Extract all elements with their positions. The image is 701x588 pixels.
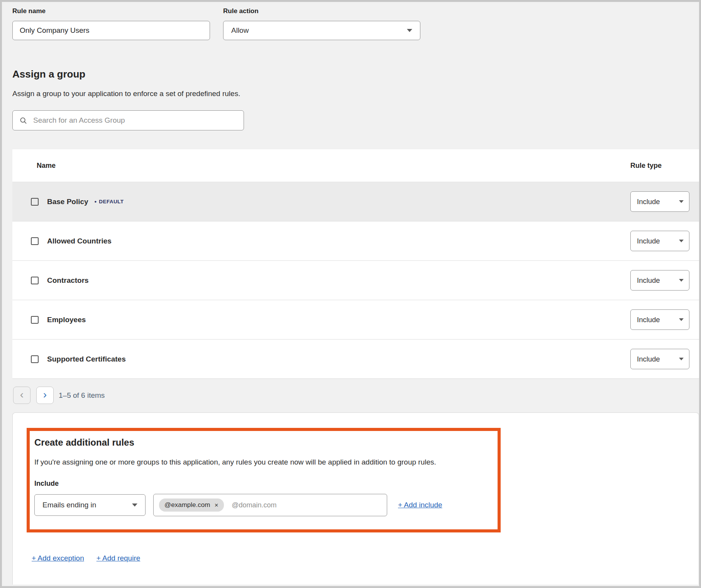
column-header-rule-type: Rule type bbox=[630, 162, 689, 170]
row-checkbox[interactable] bbox=[31, 198, 39, 206]
rule-name-field-group: Rule name bbox=[12, 7, 210, 40]
rule-type-select[interactable]: Include bbox=[630, 309, 689, 330]
row-name: Contractors bbox=[47, 276, 89, 285]
row-checkbox[interactable] bbox=[31, 237, 39, 245]
table-row: Employees Include bbox=[12, 300, 699, 339]
tag-label: @example.com bbox=[164, 501, 210, 509]
pagination-range-label: 1–5 of 6 items bbox=[59, 391, 105, 400]
pagination: ‹ › 1–5 of 6 items bbox=[12, 387, 699, 404]
chevron-down-icon bbox=[132, 504, 137, 507]
email-domain-text-input[interactable] bbox=[231, 501, 381, 510]
create-rules-panel: Create additional rules If you're assign… bbox=[12, 412, 699, 585]
default-badge: • DEFAULT bbox=[95, 199, 124, 204]
condition-select[interactable]: Emails ending in bbox=[34, 494, 146, 516]
row-name: Base Policy bbox=[47, 198, 88, 206]
include-label: Include bbox=[34, 480, 490, 488]
rule-type-value: Include bbox=[637, 198, 660, 206]
table-row: Base Policy • DEFAULT Include bbox=[12, 182, 699, 221]
chevron-left-icon: ‹ bbox=[20, 389, 24, 400]
row-checkbox[interactable] bbox=[31, 277, 39, 284]
add-exception-link[interactable]: + Add exception bbox=[32, 554, 84, 563]
rule-header-form: Rule name Rule action Allow bbox=[12, 7, 699, 40]
chevron-down-icon bbox=[679, 279, 684, 282]
rule-footer-links: + Add exception + Add require bbox=[32, 554, 699, 563]
rule-type-value: Include bbox=[637, 276, 660, 285]
previous-page-button[interactable]: ‹ bbox=[13, 387, 30, 404]
row-name: Allowed Countries bbox=[47, 237, 112, 245]
assign-group-heading: Assign a group bbox=[12, 68, 699, 80]
condition-value: Emails ending in bbox=[42, 501, 96, 509]
badge-label: DEFAULT bbox=[99, 199, 124, 204]
rule-type-select[interactable]: Include bbox=[630, 191, 689, 212]
badge-bullet-icon: • bbox=[95, 199, 97, 204]
rule-type-select[interactable]: Include bbox=[630, 349, 689, 369]
next-page-button[interactable]: › bbox=[36, 387, 54, 404]
table-row: Allowed Countries Include bbox=[12, 221, 699, 260]
column-header-name: Name bbox=[37, 162, 56, 170]
row-checkbox[interactable] bbox=[31, 355, 39, 363]
rule-type-select[interactable]: Include bbox=[630, 231, 689, 251]
rule-action-label: Rule action bbox=[223, 7, 420, 15]
chevron-down-icon bbox=[679, 240, 684, 242]
assign-group-description: Assign a group to your application to en… bbox=[12, 90, 699, 98]
add-require-link[interactable]: + Add require bbox=[97, 554, 141, 563]
add-include-link[interactable]: + Add include bbox=[398, 501, 442, 509]
include-rule-controls: Emails ending in @example.com ✕ + Add in… bbox=[34, 494, 490, 516]
rule-type-value: Include bbox=[637, 237, 660, 245]
chevron-right-icon: › bbox=[43, 389, 47, 400]
access-groups-table: Name Rule type Base Policy • DEFAULT Inc… bbox=[12, 149, 699, 379]
highlight-box: Create additional rules If you're assign… bbox=[27, 428, 501, 532]
email-domain-tag: @example.com ✕ bbox=[159, 498, 224, 512]
table-header-row: Name Rule type bbox=[12, 149, 699, 182]
rule-name-input[interactable] bbox=[12, 21, 210, 40]
row-checkbox[interactable] bbox=[31, 316, 39, 324]
chevron-down-icon bbox=[679, 200, 684, 203]
rule-action-value: Allow bbox=[231, 26, 249, 35]
create-rules-heading: Create additional rules bbox=[34, 437, 490, 448]
chevron-down-icon bbox=[679, 358, 684, 360]
remove-tag-icon[interactable]: ✕ bbox=[214, 502, 218, 508]
row-name: Supported Certificates bbox=[47, 355, 126, 363]
table-row: Contractors Include bbox=[12, 260, 699, 300]
chevron-down-icon bbox=[407, 29, 412, 32]
rule-type-value: Include bbox=[637, 316, 660, 324]
access-group-search-input[interactable] bbox=[32, 116, 244, 125]
search-icon bbox=[20, 117, 27, 124]
chevron-down-icon bbox=[679, 318, 684, 321]
rule-type-select[interactable]: Include bbox=[630, 270, 689, 291]
row-name: Employees bbox=[47, 316, 86, 324]
table-row: Supported Certificates Include bbox=[12, 339, 699, 378]
rule-name-label: Rule name bbox=[12, 7, 210, 15]
create-rules-description: If you're assigning one or more groups t… bbox=[34, 458, 490, 466]
rules-form-page: Rule name Rule action Allow Assign a gro… bbox=[2, 2, 699, 585]
rule-action-select[interactable]: Allow bbox=[223, 21, 420, 40]
email-domains-input[interactable]: @example.com ✕ bbox=[153, 494, 387, 516]
access-group-search-box bbox=[12, 110, 244, 130]
rule-action-field-group: Rule action Allow bbox=[223, 7, 420, 40]
rule-type-value: Include bbox=[637, 355, 660, 363]
